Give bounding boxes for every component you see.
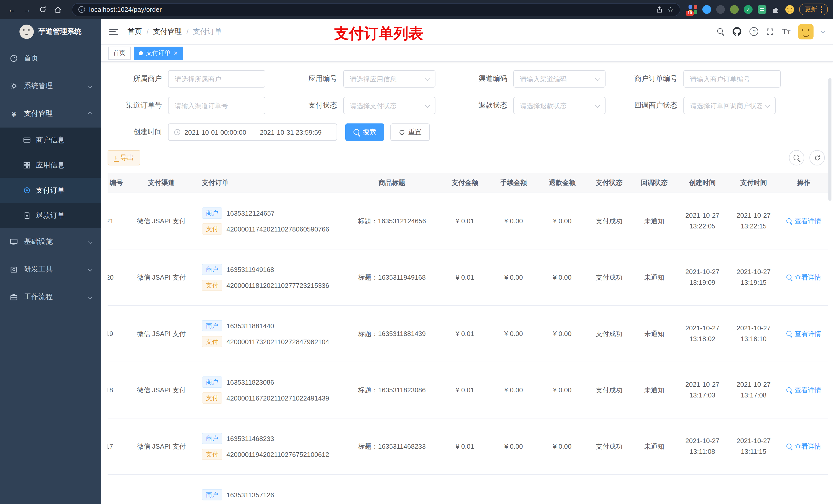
font-size-icon[interactable]: TT	[782, 27, 790, 36]
extension-grid-icon[interactable]: 10	[689, 5, 697, 14]
pay-date: 2021-10-27	[737, 436, 771, 447]
sidebar-item-label: 支付管理	[24, 109, 53, 118]
app-id-select[interactable]	[343, 70, 435, 88]
browser-update-button[interactable]: 更新	[799, 4, 828, 15]
export-button[interactable]: ↓ 导出	[108, 150, 140, 165]
browser-refresh-button[interactable]	[36, 3, 49, 16]
filter-label: 渠道订单号	[108, 101, 168, 110]
chevron-down-icon	[88, 240, 93, 244]
column-header: 支付订单	[195, 178, 343, 187]
refresh-table-button[interactable]	[809, 150, 825, 165]
merchant-select-input[interactable]	[168, 70, 265, 88]
user-avatar[interactable]	[798, 24, 813, 39]
create-time-range-input[interactable]: 2021-10-01 00:00:00 - 2021-10-31 23:59:5…	[168, 123, 337, 141]
notify-status: 未通知	[632, 216, 677, 225]
sidebar-item-label: 退款订单	[36, 211, 65, 220]
address-bar[interactable]: i localhost:1024/pay/order ☆	[72, 3, 680, 16]
github-icon[interactable]	[732, 27, 742, 37]
notify-status: 未通知	[632, 329, 677, 338]
sidebar-item-devtools[interactable]: 研发工具	[0, 256, 101, 283]
chevron-down-icon	[88, 84, 93, 88]
view-detail-link[interactable]: 查看详情	[779, 273, 828, 282]
goods-title: 标题：1635311949168	[343, 273, 441, 282]
document-icon	[23, 212, 31, 219]
fullscreen-icon[interactable]	[766, 27, 774, 35]
filter-label: 商户订单编号	[623, 74, 684, 83]
refund-amount: ¥ 0.00	[538, 217, 587, 225]
goods-title: 标题：1635312124656	[343, 216, 441, 225]
extensions-puzzle-icon[interactable]	[771, 5, 780, 14]
pay-tag: 支付	[202, 280, 222, 291]
notify-status-select[interactable]	[684, 97, 776, 114]
pay-status: 支付成功	[587, 216, 632, 225]
column-header: 手续金额	[489, 178, 538, 187]
sidebar-item-infra[interactable]: 基础设施	[0, 228, 101, 256]
extension-dark-icon[interactable]	[716, 5, 725, 14]
column-header: 操作	[779, 178, 828, 187]
date-end-value: 2021-10-31 23:59:59	[260, 128, 322, 136]
extension-check-icon[interactable]: ✓	[744, 5, 753, 14]
share-icon[interactable]	[656, 6, 663, 13]
sidebar-item-workflow[interactable]: 工作流程	[0, 283, 101, 311]
merchant-order-no-input[interactable]	[684, 70, 781, 88]
avatar-caret-icon[interactable]	[820, 28, 826, 33]
sidebar-item-app-info[interactable]: 应用信息	[0, 153, 101, 178]
sidebar-item-payment[interactable]: ¥ 支付管理	[0, 100, 101, 127]
breadcrumb-home[interactable]: 首页	[127, 27, 142, 36]
filter-label: 支付状态	[283, 101, 343, 110]
pay-amount: ¥ 0.01	[441, 330, 489, 338]
site-info-icon[interactable]: i	[78, 6, 85, 13]
sidebar-item-pay-order[interactable]: 支付订单	[0, 178, 101, 203]
pay-order-page: 所属商户 应用编号 渠道编码	[101, 62, 833, 504]
pay-channel: 微信 JSAPI 支付	[128, 329, 195, 338]
channel-pay-no: 4200001167202110271022491439	[227, 394, 329, 402]
column-header: 支付渠道	[128, 178, 195, 187]
sidebar-item-merchant-info[interactable]: 商户信息	[0, 127, 101, 153]
bookmark-star-icon[interactable]: ☆	[667, 5, 674, 14]
view-detail-link[interactable]: 查看详情	[779, 329, 828, 338]
extension-chat-icon[interactable]	[758, 5, 766, 14]
pay-status-select[interactable]	[343, 97, 435, 114]
channel-order-no-input[interactable]	[168, 97, 265, 114]
browser-home-button[interactable]	[51, 3, 65, 16]
view-detail-link[interactable]: 查看详情	[779, 216, 828, 225]
extension-drop-icon[interactable]	[703, 5, 711, 14]
chevron-down-icon	[88, 267, 93, 272]
filter-label: 退款状态	[453, 101, 513, 110]
dashboard-icon	[9, 54, 19, 63]
toggle-search-button[interactable]	[789, 150, 804, 165]
table-row: 118 微信 JSAPI 支付 商户 1635311823086 支付 4200…	[108, 362, 828, 418]
browser-menu-icon[interactable]	[821, 6, 822, 13]
reset-button[interactable]: 重置	[390, 123, 430, 141]
chevron-up-icon	[88, 112, 93, 116]
channel-code-select[interactable]	[513, 70, 605, 88]
tab-home[interactable]: 首页	[108, 46, 130, 60]
browser-profile-avatar[interactable]	[785, 5, 794, 14]
search-icon[interactable]	[717, 28, 724, 35]
pay-tag: 支付	[202, 449, 222, 460]
extension-olive-icon[interactable]	[730, 5, 739, 14]
browser-back-button[interactable]: ←	[5, 3, 19, 16]
search-icon	[786, 387, 792, 393]
scrollbar-thumb[interactable]	[828, 78, 831, 201]
help-icon[interactable]: ?	[750, 27, 759, 36]
view-detail-link[interactable]: 查看详情	[779, 442, 828, 451]
merchant-order-no: 1635311823086	[227, 378, 274, 386]
refund-status-select[interactable]	[513, 97, 605, 114]
sidebar-item-refund-order[interactable]: 退款订单	[0, 203, 101, 228]
hamburger-icon[interactable]	[109, 28, 118, 34]
pay-date: 2021-10-27	[737, 210, 771, 221]
view-detail-link[interactable]: 查看详情	[779, 385, 828, 394]
create-time: 13:18:02	[689, 334, 715, 344]
tab-pay-order[interactable]: 支付订单 ×	[134, 46, 183, 60]
sidebar-item-home[interactable]: 首页	[0, 45, 101, 72]
browser-forward-button[interactable]: →	[21, 3, 34, 16]
breadcrumb-payment[interactable]: 支付管理	[153, 27, 182, 36]
tab-close-icon[interactable]: ×	[174, 50, 177, 56]
search-icon	[786, 331, 792, 337]
table-row: 117 微信 JSAPI 支付 商户 1635311468233 支付 4200…	[108, 418, 828, 475]
channel-pay-no: 4200001174202110278060590766	[227, 225, 329, 233]
search-button[interactable]: 搜索	[345, 123, 384, 141]
sidebar-item-system[interactable]: 系统管理	[0, 72, 101, 100]
search-icon	[786, 218, 792, 224]
